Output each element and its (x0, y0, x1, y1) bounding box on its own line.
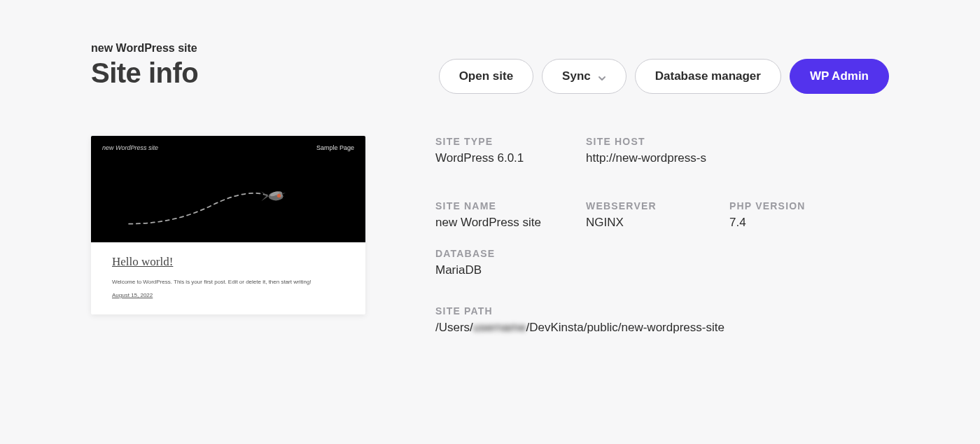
preview-top-bar: new WordPress site Sample Page (102, 144, 354, 151)
info-site-host: SITE HOST http://new-wordpress-s (586, 136, 729, 165)
info-label: SITE HOST (586, 136, 729, 147)
open-site-button[interactable]: Open site (439, 59, 533, 94)
info-empty (729, 265, 889, 277)
info-value: new WordPress site (435, 216, 586, 230)
info-label: PHP VERSION (729, 200, 889, 211)
preview-hello-title: Hello world! (112, 255, 344, 269)
header-row: new WordPress site Site info Open site S… (91, 42, 889, 94)
sync-label: Sync (562, 69, 591, 83)
main-content: new WordPress site Sample Page (91, 136, 889, 335)
info-value: WordPress 6.0.1 (435, 151, 586, 165)
info-empty (729, 136, 889, 165)
wp-admin-button[interactable]: WP Admin (790, 59, 889, 94)
site-path-redacted: username (473, 321, 526, 335)
database-manager-label: Database manager (655, 69, 761, 83)
preview-body: Hello world! Welcome to WordPress. This … (91, 242, 365, 305)
info-database: DATABASE MariaDB (435, 248, 586, 277)
info-value: /Users/ username /DevKinsta/public/new-w… (435, 321, 889, 335)
preview-welcome-text: Welcome to WordPress. This is your first… (112, 279, 344, 285)
info-site-path: SITE PATH /Users/ username /DevKinsta/pu… (435, 305, 889, 335)
header-actions: Open site Sync Database manager WP Admin (439, 59, 889, 94)
info-label: SITE NAME (435, 200, 586, 211)
site-path-prefix: /Users/ (435, 321, 473, 335)
preview-sample-page: Sample Page (316, 144, 354, 151)
info-value: 7.4 (729, 216, 889, 230)
site-name-small: new WordPress site (91, 42, 198, 55)
page-title: Site info (91, 57, 198, 89)
site-path-suffix: /DevKinsta/public/new-wordpress-site (526, 321, 724, 335)
site-preview-card[interactable]: new WordPress site Sample Page (91, 136, 365, 314)
info-label: SITE TYPE (435, 136, 586, 147)
preview-date: August 15, 2022 (112, 292, 344, 298)
info-value: MariaDB (435, 263, 586, 277)
info-site-name: SITE NAME new WordPress site (435, 200, 586, 230)
info-php-version: PHP VERSION 7.4 (729, 200, 889, 230)
header-left: new WordPress site Site info (91, 42, 198, 89)
chevron-down-icon (598, 72, 606, 81)
preview-site-name: new WordPress site (102, 144, 158, 151)
sync-button[interactable]: Sync (542, 59, 626, 94)
info-empty (586, 265, 729, 277)
info-label: WEBSERVER (586, 200, 729, 211)
info-webserver: WEBSERVER NGINX (586, 200, 729, 230)
info-site-type: SITE TYPE WordPress 6.0.1 (435, 136, 586, 165)
info-label: DATABASE (435, 248, 586, 259)
info-grid: SITE TYPE WordPress 6.0.1 SITE HOST http… (435, 136, 889, 335)
info-value: http://new-wordpress-s (586, 151, 729, 165)
preview-hero: new WordPress site Sample Page (91, 136, 365, 242)
info-value: NGINX (586, 216, 729, 230)
info-label: SITE PATH (435, 305, 889, 317)
open-site-label: Open site (459, 69, 513, 83)
wp-admin-label: WP Admin (810, 69, 869, 83)
database-manager-button[interactable]: Database manager (635, 59, 781, 94)
bird-illustration (112, 178, 323, 227)
